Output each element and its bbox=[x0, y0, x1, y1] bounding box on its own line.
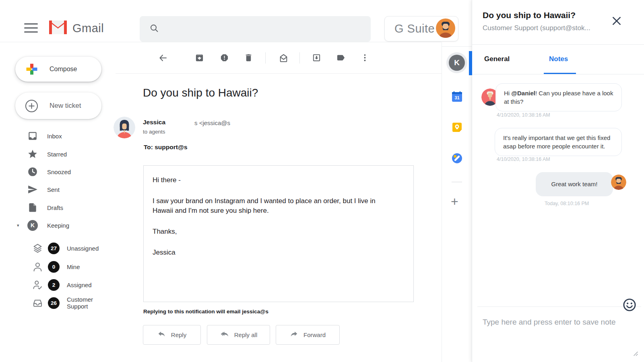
hamburger-menu-icon[interactable] bbox=[24, 23, 38, 34]
active-addon-indicator bbox=[469, 51, 472, 75]
sidebar-item-customer-support[interactable]: 26 Customer Support bbox=[0, 294, 113, 312]
search-input[interactable] bbox=[165, 25, 359, 33]
note-input[interactable] bbox=[483, 318, 627, 327]
reply-notice: Replying to this notification will email… bbox=[143, 309, 268, 315]
sender-avatar bbox=[114, 117, 135, 138]
snoozed-label: Snoozed bbox=[47, 169, 71, 175]
sidebar-item-sent[interactable]: Sent bbox=[0, 181, 109, 198]
sidebar-item-unassigned[interactable]: 27 Unassigned bbox=[0, 239, 113, 257]
plus-circle-icon bbox=[25, 99, 38, 113]
close-icon[interactable] bbox=[611, 15, 622, 27]
person-check-icon bbox=[32, 280, 43, 290]
to-line: To: support@s bbox=[144, 144, 188, 151]
calendar-icon[interactable]: 31 bbox=[452, 91, 462, 102]
gmail-logo: Gmail bbox=[47, 19, 104, 37]
gmail-app: Gmail G Suite bbox=[0, 0, 644, 362]
note-bubble-own: Great work team! bbox=[536, 172, 613, 196]
body-paragraph: Thanks, bbox=[153, 227, 394, 237]
resize-handle-icon[interactable] bbox=[632, 350, 639, 357]
email-toolbar bbox=[116, 42, 442, 74]
unassigned-count-badge: 27 bbox=[48, 243, 60, 254]
clock-icon bbox=[27, 167, 38, 177]
toolbar-divider bbox=[299, 52, 300, 64]
customer-support-label: Customer Support bbox=[67, 296, 113, 310]
note-timestamp: 4/10/2020, 10:38:16 AM bbox=[497, 156, 550, 162]
starred-label: Starred bbox=[47, 151, 67, 158]
assigned-label: Assigned bbox=[67, 282, 92, 288]
emoji-icon[interactable] bbox=[622, 297, 637, 312]
reply-icon bbox=[157, 330, 166, 340]
drafts-label: Drafts bbox=[47, 204, 63, 211]
top-header: Gmail G Suite bbox=[0, 0, 442, 42]
tab-general[interactable]: General bbox=[484, 55, 510, 63]
keeping-addon-icon[interactable]: K bbox=[446, 52, 467, 73]
composer-divider bbox=[477, 306, 641, 307]
toolbar-divider bbox=[265, 52, 266, 64]
sidebar-item-drafts[interactable]: Drafts bbox=[0, 199, 109, 216]
body-paragraph: Hi there - bbox=[153, 175, 394, 185]
email-view: Do you ship to Hawaii? Jessica s <jessic… bbox=[116, 42, 442, 362]
body-paragraph: I saw your brand on Instagram and I want… bbox=[153, 196, 394, 216]
gmail-envelope-icon bbox=[47, 19, 68, 37]
reply-label: Reply bbox=[171, 331, 186, 338]
customer-support-count-badge: 26 bbox=[48, 297, 60, 309]
gmail-wordmark: Gmail bbox=[72, 22, 104, 35]
email-subject: Do you ship to Hawaii? bbox=[143, 86, 258, 99]
compose-button[interactable]: Compose bbox=[15, 57, 101, 82]
expand-caret-icon[interactable]: ▾ bbox=[17, 223, 19, 228]
sidebar-item-snoozed[interactable]: Snoozed bbox=[0, 163, 109, 181]
new-ticket-button[interactable]: New ticket bbox=[15, 93, 101, 119]
note-text: It's really important that we get this f… bbox=[503, 134, 610, 150]
mark-unread-icon[interactable] bbox=[279, 53, 288, 63]
search-bar[interactable] bbox=[140, 16, 371, 42]
move-to-icon[interactable] bbox=[312, 53, 322, 63]
sidebar-item-starred[interactable]: Starred bbox=[0, 145, 109, 163]
reply-all-icon bbox=[220, 330, 229, 340]
report-spam-icon[interactable] bbox=[220, 53, 229, 63]
note-text: Hi bbox=[504, 90, 511, 97]
panel-tabs: General Notes bbox=[472, 44, 644, 74]
svg-text:31: 31 bbox=[454, 95, 459, 100]
keeping-logo-icon: K bbox=[27, 220, 38, 230]
reply-all-button[interactable]: Reply all bbox=[207, 325, 270, 345]
mine-label: Mine bbox=[67, 263, 80, 270]
own-avatar bbox=[611, 175, 626, 190]
draft-file-icon bbox=[27, 202, 38, 213]
tasks-icon[interactable] bbox=[452, 153, 462, 164]
sidebar-item-inbox[interactable]: Inbox bbox=[0, 127, 109, 145]
sender-name[interactable]: Jessica bbox=[143, 119, 165, 126]
keeping-label: Keeping bbox=[47, 222, 69, 229]
gsuite-account-card[interactable]: G Suite bbox=[384, 16, 458, 41]
sent-to-label[interactable]: to agents bbox=[143, 129, 165, 135]
label-icon[interactable] bbox=[336, 53, 346, 63]
sidebar-item-assigned[interactable]: 2 Assigned bbox=[0, 276, 113, 294]
forward-icon bbox=[290, 330, 298, 340]
more-options-icon[interactable] bbox=[360, 53, 370, 63]
new-ticket-label: New ticket bbox=[50, 102, 81, 110]
delete-icon[interactable] bbox=[244, 53, 254, 63]
compose-plus-icon bbox=[25, 63, 38, 76]
unassigned-label: Unassigned bbox=[67, 245, 99, 252]
body-paragraph: Jessica bbox=[153, 248, 394, 257]
archive-icon[interactable] bbox=[195, 53, 204, 63]
note-bubble: Hi @Daniel! Can you please have a look a… bbox=[495, 83, 622, 111]
sender-email: s <jessica@s bbox=[194, 119, 230, 126]
tray-icon bbox=[32, 298, 43, 309]
back-icon[interactable] bbox=[158, 53, 168, 63]
reply-button[interactable]: Reply bbox=[143, 325, 201, 345]
person-icon bbox=[32, 261, 43, 272]
strip-divider bbox=[452, 182, 462, 182]
sidebar-item-keeping[interactable]: ▾ K Keeping bbox=[0, 216, 109, 234]
mention[interactable]: @Daniel bbox=[511, 90, 535, 97]
compose-label: Compose bbox=[50, 66, 77, 73]
mine-count-badge: 0 bbox=[48, 261, 60, 273]
strip-divider bbox=[442, 46, 472, 47]
sent-label: Sent bbox=[47, 186, 60, 193]
forward-button[interactable]: Forward bbox=[276, 325, 340, 345]
tab-notes[interactable]: Notes bbox=[549, 55, 568, 63]
keep-icon[interactable] bbox=[452, 122, 462, 133]
account-avatar[interactable] bbox=[436, 19, 455, 39]
add-addon-icon[interactable]: + bbox=[451, 194, 458, 209]
panel-subtitle: Customer Support (support@stok... bbox=[483, 24, 619, 32]
sidebar-item-mine[interactable]: 0 Mine bbox=[0, 258, 113, 276]
